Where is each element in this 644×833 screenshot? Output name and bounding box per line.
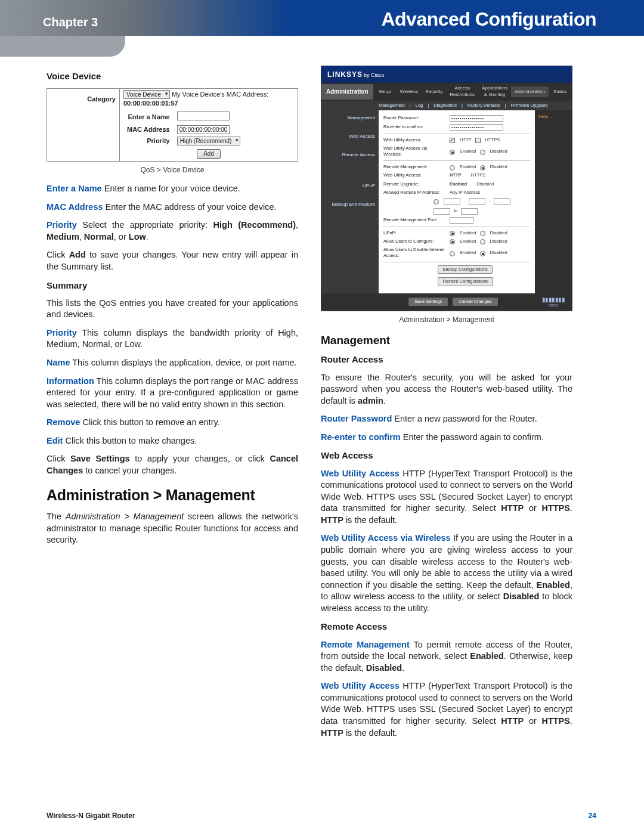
p-save-cancel: Click Save Settings to apply your change…	[47, 453, 298, 476]
ss-subtab[interactable]: Management	[379, 103, 405, 109]
ss-cancel-button[interactable]: Cancel Changes	[453, 298, 497, 306]
ss-tab[interactable]: Access Restrictions	[446, 83, 478, 101]
radio-icon[interactable]	[480, 251, 485, 256]
heading-summary: Summary	[47, 280, 298, 292]
category-select[interactable]: Voice Device	[123, 90, 170, 99]
ss-tab[interactable]: Status	[549, 86, 572, 98]
ss-footer: Save Settings Cancel Changes ▮▮▮▮▮▮▮cisc…	[321, 293, 572, 311]
ss-label: Allow Users to Disable Internet Access:	[383, 247, 446, 259]
ss-group: Backup and Restore	[325, 202, 375, 208]
p-remove: Remove Click this button to remove an en…	[47, 417, 298, 429]
cisco-logo: ▮▮▮▮▮▮▮cisco	[542, 297, 569, 307]
radio-icon[interactable]	[480, 165, 485, 171]
vd-mac-input[interactable]: 00:00:00:00:00:00	[177, 125, 230, 134]
ss-tab[interactable]: Wireless	[397, 86, 422, 98]
admin-screenshot: LINKSYSby Cisco Administration Setup Wir…	[321, 66, 572, 311]
heading-web-access: Web Access	[321, 450, 572, 462]
p-click-add: Click Add to save your changes. Your new…	[47, 249, 298, 272]
p-name-col: Name This column displays the applicatio…	[47, 357, 298, 369]
footer-product: Wireless-N Gigabit Router	[47, 812, 135, 820]
ss-subtab[interactable]: Log	[416, 103, 423, 109]
ss-port-input[interactable]	[450, 217, 473, 224]
ss-help-link[interactable]: Help...	[535, 110, 572, 124]
ss-ip-input[interactable]	[434, 208, 450, 215]
ss-subtab[interactable]: Firmware Upgrade	[511, 103, 548, 109]
checkbox-icon[interactable]	[475, 138, 481, 143]
ss-label: Remote Management Port:	[383, 217, 446, 223]
vd-priority-label: Priority	[123, 135, 174, 147]
ss-subtab[interactable]: Diagnostics	[434, 103, 457, 109]
radio-icon[interactable]	[434, 199, 439, 205]
vd-add-button[interactable]: Add	[197, 149, 221, 159]
ss-left-labels: Management Web Access Remote Access UPnP…	[321, 110, 379, 293]
left-column: Voice Device Category Voice Device My Vo…	[47, 66, 298, 745]
p-reenter: Re-enter to confirm Enter the password a…	[321, 432, 572, 444]
ss-label: Web Utility Access:	[383, 172, 446, 178]
ss-tab-active[interactable]: Administration	[511, 86, 549, 98]
header-corner	[0, 36, 125, 57]
header-bar: Chapter 3 Advanced Configuration	[0, 0, 644, 36]
ss-label: Re-enter to confirm:	[383, 124, 446, 130]
p-enter-name: Enter a Name Enter a name for your voice…	[47, 183, 298, 195]
ss-side-panel: Help...	[535, 110, 572, 293]
p-router-password: Router Password Enter a new password for…	[321, 413, 572, 425]
radio-icon[interactable]	[480, 239, 485, 244]
heading-voice-device: Voice Device	[47, 70, 298, 82]
ss-password-confirm-input[interactable]: ••••••••••••••••	[450, 124, 503, 131]
p-wua-wireless: Web Utility Access via Wireless If you a…	[321, 532, 572, 614]
checkbox-icon[interactable]	[450, 138, 455, 143]
radio-icon[interactable]	[480, 150, 485, 155]
ss-backup-button[interactable]: Backup Configurations	[438, 265, 492, 274]
vd-name-label: Enter a Name	[123, 110, 174, 124]
ss-group: Remote Access	[325, 152, 375, 159]
ss-save-button[interactable]: Save Settings	[408, 298, 448, 306]
p-summary: This lists the QoS entries you have crea…	[47, 298, 298, 321]
radio-icon[interactable]	[480, 231, 485, 236]
radio-icon[interactable]	[450, 165, 455, 171]
ss-password-input[interactable]: ••••••••••••••••	[450, 115, 503, 122]
radio-icon[interactable]	[450, 239, 455, 244]
ss-ip-input[interactable]	[461, 208, 478, 215]
ss-group: UPnP	[325, 183, 375, 190]
caption-admin-mgmt: Administration > Management	[321, 315, 572, 324]
ss-label: Web Utility Access:	[383, 137, 446, 143]
radio-icon[interactable]	[450, 251, 455, 256]
page-footer: Wireless-N Gigabit Router 24	[47, 812, 596, 820]
radio-icon[interactable]	[450, 231, 455, 236]
p-priority-col: Priority This column displays the bandwi…	[47, 327, 298, 351]
ss-tab-row: Administration Setup Wireless Security A…	[321, 83, 572, 101]
ss-subtab[interactable]: Factory Defaults	[467, 103, 500, 109]
vd-mac-label: MAC Address	[123, 124, 174, 135]
content-columns: Voice Device Category Voice Device My Vo…	[0, 36, 644, 745]
right-column: LINKSYSby Cisco Administration Setup Wir…	[321, 66, 572, 745]
ss-group: Management	[325, 115, 375, 122]
vd-priority-select[interactable]: High (Recommend)	[177, 137, 241, 145]
ss-label: UPnP:	[383, 230, 446, 236]
ss-brand-bar: LINKSYSby Cisco	[321, 66, 572, 83]
ss-tab[interactable]: Security	[422, 86, 446, 98]
radio-icon[interactable]	[450, 150, 455, 155]
ss-ip-input[interactable]	[494, 198, 510, 205]
ss-group: Web Access	[325, 134, 375, 140]
p-remote-management: Remote Management To permit remote acces…	[321, 639, 572, 674]
ss-form-area: Help... Router Password:••••••••••••••••…	[379, 110, 572, 293]
voice-device-table: Category Voice Device My Voice Device's …	[47, 88, 298, 162]
ss-label: Allow Users to Configure:	[383, 239, 446, 244]
ss-restore-button[interactable]: Restore Configurations	[438, 277, 493, 286]
ss-subtab-row: Management| Log| Diagnostics| Factory De…	[321, 101, 572, 110]
footer-page-number: 24	[589, 812, 596, 820]
ss-ip-input[interactable]	[444, 198, 460, 205]
vd-category-cell: Voice Device My Voice Device's MAC Addre…	[120, 89, 298, 109]
vd-name-input[interactable]	[177, 112, 230, 120]
caption-qos-voice: QoS > Voice Device	[47, 165, 298, 175]
heading-management: Management	[321, 333, 572, 348]
p-priority: Priority Select the appropriate priority…	[47, 219, 298, 243]
heading-admin-management: Administration > Management	[47, 485, 298, 506]
ss-tab[interactable]: Applications & Gaming	[478, 83, 511, 101]
p-edit: Edit Click this button to make changes.	[47, 435, 298, 447]
ss-tab[interactable]: Setup	[373, 86, 397, 98]
heading-remote-access: Remote Access	[321, 621, 572, 633]
ss-ip-input[interactable]	[469, 198, 485, 205]
p-mac-address: MAC Address Enter the MAC address of you…	[47, 202, 298, 213]
p-info-col: Information This column displays the por…	[47, 376, 298, 411]
